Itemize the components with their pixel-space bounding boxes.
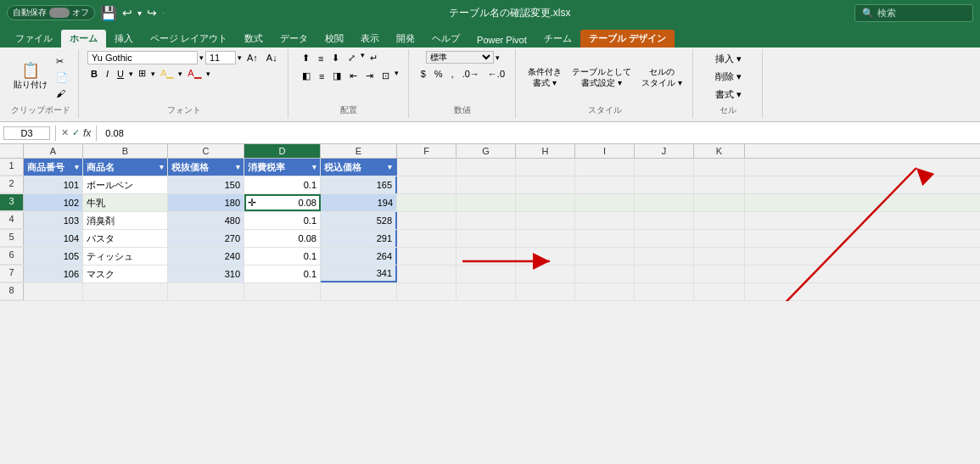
cell-k6[interactable] — [694, 248, 745, 265]
col-header-j[interactable]: J — [635, 144, 694, 158]
cell-c4[interactable]: 480 — [168, 212, 244, 229]
cell-b5[interactable]: パスタ — [83, 230, 168, 247]
cell-a2[interactable]: 101 — [24, 176, 83, 193]
cell-c3[interactable]: 180 — [168, 194, 244, 211]
merge-dropdown[interactable]: ▾ — [395, 69, 399, 83]
cut-button[interactable]: ✂ — [53, 54, 71, 69]
cell-e5[interactable]: 291 — [321, 230, 397, 247]
font-color-button[interactable]: A▁ — [184, 66, 204, 81]
cell-i6[interactable] — [575, 248, 635, 265]
cell-i3[interactable] — [575, 194, 635, 211]
cell-f5[interactable] — [397, 230, 456, 247]
col-header-g[interactable]: G — [456, 144, 516, 158]
cell-j5[interactable] — [635, 230, 694, 247]
cell-j8[interactable] — [635, 283, 694, 300]
percent-button[interactable]: % — [431, 67, 446, 81]
cell-b4[interactable]: 消臭剤 — [83, 212, 168, 229]
cell-a8[interactable] — [24, 283, 83, 300]
paste-button[interactable]: 📋 貼り付け — [10, 61, 51, 92]
align-right-button[interactable]: ◨ — [329, 69, 344, 83]
col-header-f[interactable]: F — [397, 144, 456, 158]
wrap-text-button[interactable]: ↵ — [367, 51, 381, 65]
tab-table-design[interactable]: テーブル デザイン — [580, 30, 675, 48]
filter-arrow-a1[interactable]: ▾ — [75, 163, 79, 171]
cell-c1[interactable]: 税抜価格 ▾ — [168, 159, 244, 176]
cell-k3[interactable] — [694, 194, 745, 211]
cell-g3[interactable] — [456, 194, 516, 211]
format-painter-button[interactable]: 🖌 — [53, 87, 71, 100]
formula-input[interactable] — [102, 128, 977, 138]
cell-k8[interactable] — [694, 283, 745, 300]
conditional-format-button[interactable]: 条件付き書式 ▾ — [524, 64, 565, 90]
autosave-toggle[interactable] — [49, 8, 70, 18]
tab-insert[interactable]: 挿入 — [106, 30, 142, 48]
cell-d6[interactable]: 0.1 — [244, 248, 321, 265]
fontcolor-dropdown[interactable]: ▾ — [206, 70, 210, 78]
filter-arrow-e1[interactable]: ▾ — [388, 163, 392, 171]
numformat-dropdown[interactable]: ▾ — [496, 53, 500, 62]
filter-arrow-d1[interactable]: ▾ — [312, 163, 316, 171]
align-bottom-button[interactable]: ⬇ — [328, 51, 343, 65]
cell-e6[interactable]: 264 — [321, 248, 397, 265]
cell-c7[interactable]: 310 — [168, 266, 244, 282]
col-header-b[interactable]: B — [83, 144, 168, 158]
cell-c6[interactable]: 240 — [168, 248, 244, 265]
cell-f7[interactable] — [397, 266, 456, 282]
tab-data[interactable]: データ — [272, 30, 316, 48]
cell-k5[interactable] — [694, 230, 745, 247]
align-center-button[interactable]: ≡ — [316, 69, 328, 83]
border-dropdown[interactable]: ▾ — [151, 70, 155, 78]
italic-button[interactable]: I — [103, 67, 112, 81]
decimal-decrease-button[interactable]: ←.0 — [484, 67, 508, 81]
cell-reference-box[interactable] — [3, 126, 50, 140]
cell-d1[interactable]: 消費税率 ▾ — [244, 159, 321, 176]
cell-i7[interactable] — [575, 266, 635, 282]
font-size-dropdown[interactable]: ▾ — [238, 53, 242, 62]
font-name-dropdown[interactable]: ▾ — [199, 53, 204, 62]
font-shrink-button[interactable]: A↓ — [263, 51, 281, 64]
cell-c2[interactable]: 150 — [168, 176, 244, 193]
save-icon[interactable]: 💾 — [100, 5, 117, 21]
col-header-i[interactable]: I — [575, 144, 635, 158]
undo-icon[interactable]: ↩ — [122, 6, 132, 20]
cell-d8[interactable] — [244, 283, 321, 300]
merge-button[interactable]: ⊡ — [378, 69, 393, 83]
font-grow-button[interactable]: A↑ — [244, 51, 261, 64]
align-left-button[interactable]: ◧ — [299, 69, 314, 83]
tab-power-pivot[interactable]: Power Pivot — [468, 32, 535, 48]
tab-team[interactable]: チーム — [535, 30, 580, 48]
cell-b3[interactable]: 牛乳 — [83, 194, 168, 211]
tab-page-layout[interactable]: ページ レイアウト — [142, 30, 236, 48]
cell-b2[interactable]: ボールペン — [83, 176, 168, 193]
cell-e2[interactable]: 165 — [321, 176, 397, 193]
cell-b8[interactable] — [83, 283, 168, 300]
cell-j7[interactable] — [635, 266, 694, 282]
border-button[interactable]: ⊞ — [135, 66, 149, 81]
cell-a3[interactable]: 102 — [24, 194, 83, 211]
tab-review[interactable]: 校閲 — [316, 30, 352, 48]
insert-function-icon[interactable]: fx — [83, 127, 91, 139]
number-format-select[interactable]: 標準 — [426, 51, 494, 64]
cancel-formula-icon[interactable]: ✕ — [61, 127, 69, 138]
col-header-a[interactable]: A — [24, 144, 83, 158]
tab-developer[interactable]: 開発 — [388, 30, 423, 48]
copy-button[interactable]: 📄 — [53, 70, 71, 85]
cell-b1[interactable]: 商品名 ▾ — [83, 159, 168, 176]
col-header-e[interactable]: E — [321, 144, 397, 158]
cell-a7[interactable]: 106 — [24, 266, 83, 282]
cell-k4[interactable] — [694, 212, 745, 229]
cell-k2[interactable] — [694, 176, 745, 193]
text-direction-button[interactable]: ⤢ — [344, 51, 359, 65]
cell-g6[interactable] — [456, 248, 516, 265]
indent-increase-button[interactable]: ⇥ — [362, 69, 377, 83]
autosave-badge[interactable]: 自動保存 オフ — [7, 5, 95, 20]
col-header-h[interactable]: H — [516, 144, 575, 158]
cell-d7[interactable]: 0.1 — [244, 266, 321, 282]
cell-g4[interactable] — [456, 212, 516, 229]
cell-a5[interactable]: 104 — [24, 230, 83, 247]
undo-dropdown-icon[interactable]: ▾ — [137, 8, 142, 18]
cell-e1[interactable]: 税込価格 ▾ — [321, 159, 397, 176]
cell-a6[interactable]: 105 — [24, 248, 83, 265]
cell-g7[interactable] — [456, 266, 516, 282]
cell-d5[interactable]: 0.08 — [244, 230, 321, 247]
